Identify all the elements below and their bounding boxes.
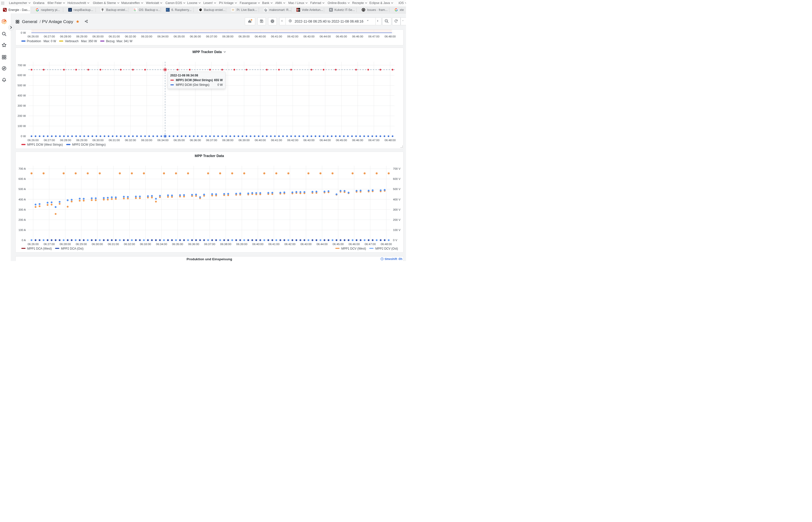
svg-text:100 V: 100 V: [393, 228, 400, 232]
svg-text:600 W: 600 W: [18, 74, 26, 77]
svg-text:06:37:00: 06:37:00: [206, 35, 217, 38]
svg-text:500 V: 500 V: [393, 187, 400, 190]
svg-text:600 A: 600 A: [19, 177, 26, 180]
svg-text:06:48:00: 06:48:00: [385, 35, 396, 38]
svg-text:06:35:00: 06:35:00: [173, 35, 185, 38]
svg-text:06:33:00: 06:33:00: [141, 35, 152, 38]
svg-text:06:43:00: 06:43:00: [300, 243, 312, 246]
svg-text:06:28:00: 06:28:00: [60, 243, 71, 246]
svg-text:06:32:00: 06:32:00: [125, 139, 136, 142]
svg-text:06:33:00: 06:33:00: [141, 139, 152, 142]
svg-text:200 A: 200 A: [19, 218, 26, 221]
svg-text:06:41:00: 06:41:00: [271, 139, 282, 142]
svg-text:400 A: 400 A: [19, 198, 26, 201]
svg-text:06:39:00: 06:39:00: [236, 243, 248, 246]
svg-text:06:36:00: 06:36:00: [190, 139, 201, 142]
svg-text:0 V: 0 V: [393, 239, 398, 242]
svg-text:06:35:00: 06:35:00: [173, 139, 185, 142]
svg-text:06:42:00: 06:42:00: [287, 35, 298, 38]
svg-text:06:29:00: 06:29:00: [76, 35, 87, 38]
svg-text:06:39:00: 06:39:00: [238, 139, 250, 142]
svg-text:06:43:00: 06:43:00: [303, 35, 314, 38]
svg-text:06:42:00: 06:42:00: [285, 243, 296, 246]
svg-text:200 W: 200 W: [18, 114, 26, 117]
svg-text:06:27:00: 06:27:00: [44, 139, 55, 142]
svg-text:06:46:00: 06:46:00: [349, 243, 360, 246]
svg-text:06:29:00: 06:29:00: [76, 139, 87, 142]
svg-text:06:34:00: 06:34:00: [156, 243, 167, 246]
svg-text:06:30:00: 06:30:00: [92, 139, 104, 142]
svg-text:06:37:00: 06:37:00: [204, 243, 215, 246]
svg-text:06:40:00: 06:40:00: [252, 243, 264, 246]
svg-text:06:28:00: 06:28:00: [60, 139, 71, 142]
svg-text:06:41:00: 06:41:00: [271, 35, 282, 38]
svg-text:06:32:00: 06:32:00: [125, 35, 136, 38]
svg-text:06:46:00: 06:46:00: [352, 139, 363, 142]
svg-text:06:35:00: 06:35:00: [172, 243, 183, 246]
svg-text:06:44:00: 06:44:00: [320, 35, 331, 38]
svg-text:500 W: 500 W: [18, 84, 26, 87]
svg-text:700 A: 700 A: [19, 167, 26, 170]
svg-text:100 A: 100 A: [19, 228, 26, 232]
svg-text:06:43:00: 06:43:00: [303, 139, 314, 142]
svg-text:06:45:00: 06:45:00: [336, 139, 347, 142]
svg-text:06:36:00: 06:36:00: [190, 35, 201, 38]
svg-text:06:27:00: 06:27:00: [44, 35, 55, 38]
svg-text:400 W: 400 W: [18, 94, 26, 97]
svg-text:06:41:00: 06:41:00: [268, 243, 279, 246]
svg-text:06:42:00: 06:42:00: [287, 139, 298, 142]
svg-text:06:27:00: 06:27:00: [44, 243, 55, 246]
svg-text:06:40:00: 06:40:00: [255, 139, 266, 142]
svg-text:06:29:00: 06:29:00: [76, 243, 87, 246]
svg-text:06:33:00: 06:33:00: [140, 243, 151, 246]
svg-text:06:31:00: 06:31:00: [109, 139, 120, 142]
svg-text:500 A: 500 A: [19, 187, 26, 190]
svg-text:06:34:00: 06:34:00: [158, 35, 169, 38]
svg-text:600 V: 600 V: [393, 177, 400, 180]
svg-text:06:26:00: 06:26:00: [27, 139, 39, 142]
svg-text:300 W: 300 W: [18, 104, 26, 107]
svg-text:06:37:00: 06:37:00: [206, 139, 217, 142]
svg-text:06:47:00: 06:47:00: [368, 139, 379, 142]
svg-text:06:47:00: 06:47:00: [365, 243, 376, 246]
svg-text:400 V: 400 V: [393, 198, 400, 201]
svg-text:06:34:00: 06:34:00: [158, 139, 169, 142]
svg-text:06:48:00: 06:48:00: [385, 139, 396, 142]
svg-text:0 W: 0 W: [21, 135, 26, 138]
svg-text:06:38:00: 06:38:00: [220, 243, 231, 246]
svg-text:06:46:00: 06:46:00: [352, 35, 363, 38]
svg-text:700 V: 700 V: [393, 167, 400, 170]
svg-text:06:44:00: 06:44:00: [320, 139, 331, 142]
svg-text:700 W: 700 W: [18, 64, 26, 67]
svg-text:0 A: 0 A: [22, 239, 26, 242]
svg-text:0 W: 0 W: [21, 31, 26, 34]
svg-text:06:38:00: 06:38:00: [222, 35, 233, 38]
svg-text:06:26:00: 06:26:00: [27, 35, 39, 38]
svg-text:06:38:00: 06:38:00: [222, 139, 233, 142]
svg-text:06:31:00: 06:31:00: [108, 243, 119, 246]
svg-text:100 W: 100 W: [18, 124, 26, 127]
svg-text:06:32:00: 06:32:00: [124, 243, 135, 246]
svg-text:06:31:00: 06:31:00: [109, 35, 120, 38]
svg-text:06:45:00: 06:45:00: [336, 35, 347, 38]
svg-text:06:30:00: 06:30:00: [92, 243, 103, 246]
svg-text:06:26:00: 06:26:00: [27, 243, 39, 246]
svg-text:06:40:00: 06:40:00: [255, 35, 266, 38]
svg-text:200 V: 200 V: [393, 218, 400, 221]
svg-text:06:47:00: 06:47:00: [368, 35, 379, 38]
svg-text:06:48:00: 06:48:00: [381, 243, 392, 246]
svg-text:06:28:00: 06:28:00: [60, 35, 71, 38]
svg-text:06:39:00: 06:39:00: [238, 35, 250, 38]
svg-text:06:45:00: 06:45:00: [333, 243, 344, 246]
svg-text:300 V: 300 V: [393, 208, 400, 211]
svg-text:06:44:00: 06:44:00: [316, 243, 328, 246]
svg-text:300 A: 300 A: [19, 208, 26, 211]
svg-text:06:30:00: 06:30:00: [92, 35, 104, 38]
svg-text:06:36:00: 06:36:00: [188, 243, 199, 246]
